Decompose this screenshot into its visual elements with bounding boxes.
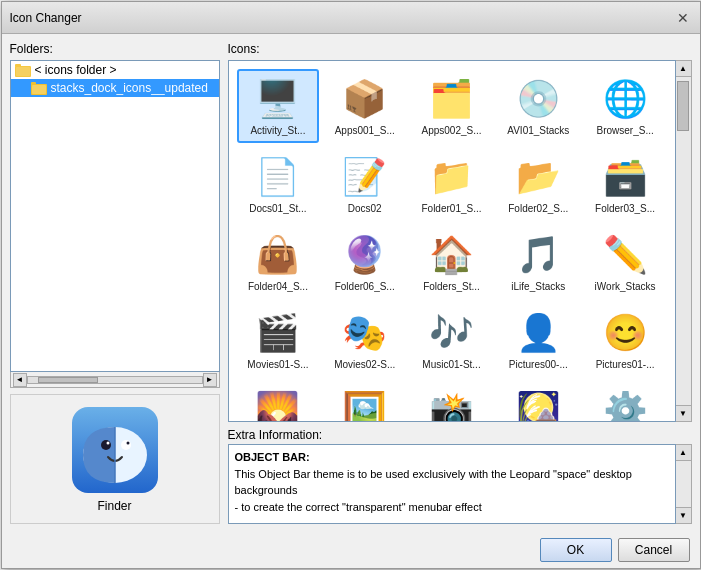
svg-rect-4 xyxy=(31,82,36,85)
icon-name: Movies01-S... xyxy=(247,359,308,371)
icon-emoji: 🎬 xyxy=(255,315,300,351)
icon-name: Apps001_S... xyxy=(335,125,395,137)
icon-image: 👜 xyxy=(254,231,302,279)
svg-point-8 xyxy=(101,440,111,450)
icon-item[interactable]: 📸Pictures04-... xyxy=(410,381,493,422)
icon-item[interactable]: 👜Folder04_S... xyxy=(237,225,320,299)
preview-icon xyxy=(70,405,160,495)
icon-item[interactable]: 🎵iLife_Stacks xyxy=(497,225,580,299)
close-button[interactable]: ✕ xyxy=(674,9,692,27)
vscroll-up-btn[interactable]: ▲ xyxy=(676,61,691,77)
icon-image: ✏️ xyxy=(601,231,649,279)
icon-name: iWork_Stacks xyxy=(595,281,656,293)
icon-emoji: 🌐 xyxy=(603,81,648,117)
icon-emoji: 🖼️ xyxy=(342,393,387,422)
icon-item[interactable]: ✏️iWork_Stacks xyxy=(584,225,667,299)
icon-image: 📦 xyxy=(341,75,389,123)
icon-emoji: 📄 xyxy=(255,159,300,195)
icon-item[interactable]: 🗃️Folder03_S... xyxy=(584,147,667,221)
svg-point-11 xyxy=(126,442,129,445)
icon-image: 🖼️ xyxy=(341,387,389,422)
folder-item-stacks[interactable]: stacks_dock_icons__updated xyxy=(11,79,219,97)
icon-image: 🖥️ xyxy=(254,75,302,123)
vscroll-thumb[interactable] xyxy=(677,81,689,131)
icon-image: 💿 xyxy=(514,75,562,123)
extra-info-text: - to create the correct "transparent" me… xyxy=(235,501,482,513)
svg-point-10 xyxy=(121,440,131,450)
icon-item[interactable]: 🎑Pictures05-... xyxy=(497,381,580,422)
icon-name: Movies02-S... xyxy=(334,359,395,371)
icon-name: Folders_St... xyxy=(423,281,480,293)
extra-info-box[interactable]: OBJECT BAR:This Object Bar theme is to b… xyxy=(228,444,676,524)
icon-name: Browser_S... xyxy=(596,125,653,137)
hscroll-track[interactable] xyxy=(27,376,203,384)
dialog-window: Icon Changer ✕ Folders: < icons folder > xyxy=(1,1,701,569)
ok-button[interactable]: OK xyxy=(540,538,612,562)
icon-item[interactable]: 💿AVI01_Stacks xyxy=(497,69,580,143)
dialog-footer: OK Cancel xyxy=(2,532,700,568)
hscroll-right-btn[interactable]: ► xyxy=(203,373,217,387)
icon-emoji: 📦 xyxy=(342,81,387,117)
extra-info-scroll-up[interactable]: ▲ xyxy=(676,445,691,461)
icon-item[interactable]: ⚙️Prefs01_S... xyxy=(584,381,667,422)
icon-item[interactable]: 🎶Music01-St... xyxy=(410,303,493,377)
icon-name: iLife_Stacks xyxy=(511,281,565,293)
icon-image: 🎬 xyxy=(254,309,302,357)
icon-image: 🎑 xyxy=(514,387,562,422)
folder-hscrollbar[interactable]: ◄ ► xyxy=(10,372,220,388)
extra-info-scroll-down[interactable]: ▼ xyxy=(676,507,691,523)
icon-name: Pictures01-... xyxy=(596,359,655,371)
icon-image: 🏠 xyxy=(427,231,475,279)
icon-image: ⚙️ xyxy=(601,387,649,422)
icons-vscrollbar[interactable]: ▲ ▼ xyxy=(676,60,692,422)
extra-info-scroll-track[interactable] xyxy=(676,461,691,507)
dialog-title: Icon Changer xyxy=(10,11,82,25)
icon-item[interactable]: 😊Pictures01-... xyxy=(584,303,667,377)
icons-grid-container[interactable]: 🖥️Activity_St...📦Apps001_S...🗂️Apps002_S… xyxy=(228,60,676,422)
hscroll-thumb[interactable] xyxy=(38,377,98,383)
icon-item[interactable]: 📂Folder02_S... xyxy=(497,147,580,221)
icon-name: Folder04_S... xyxy=(248,281,308,293)
icon-item[interactable]: 🗂️Apps002_S... xyxy=(410,69,493,143)
icon-emoji: 🌄 xyxy=(255,393,300,422)
icon-emoji: 🔮 xyxy=(342,237,387,273)
hscroll-left-btn[interactable]: ◄ xyxy=(13,373,27,387)
extra-info-title: OBJECT BAR: xyxy=(235,451,310,463)
icon-image: 🗃️ xyxy=(601,153,649,201)
extra-info-label: Extra Information: xyxy=(228,428,692,442)
icon-item[interactable]: 📦Apps001_S... xyxy=(323,69,406,143)
icon-image: 🎵 xyxy=(514,231,562,279)
icon-image: 📂 xyxy=(514,153,562,201)
vscroll-down-btn[interactable]: ▼ xyxy=(676,405,691,421)
icon-item[interactable]: 📝Docs02 xyxy=(323,147,406,221)
icon-image: 📁 xyxy=(427,153,475,201)
extra-info-vscrollbar[interactable]: ▲ ▼ xyxy=(676,444,692,524)
icon-item[interactable]: 📄Docs01_St... xyxy=(237,147,320,221)
icon-item[interactable]: 🖼️Pictures03-... xyxy=(323,381,406,422)
icon-emoji: 🗃️ xyxy=(603,159,648,195)
icon-image: 🗂️ xyxy=(427,75,475,123)
icon-item[interactable]: 🖥️Activity_St... xyxy=(237,69,320,143)
icon-item[interactable]: 🏠Folders_St... xyxy=(410,225,493,299)
icon-item[interactable]: 🎭Movies02-S... xyxy=(323,303,406,377)
icon-item[interactable]: 👤Pictures00-... xyxy=(497,303,580,377)
icon-item[interactable]: 🎬Movies01-S... xyxy=(237,303,320,377)
preview-area: Finder xyxy=(10,394,220,524)
preview-label: Finder xyxy=(97,499,131,513)
icon-item[interactable]: 📁Folder01_S... xyxy=(410,147,493,221)
folder-item-icons[interactable]: < icons folder > xyxy=(11,61,219,79)
icon-item[interactable]: 🌄Pictures02-... xyxy=(237,381,320,422)
icon-emoji: 🎶 xyxy=(429,315,474,351)
icon-emoji: 🖥️ xyxy=(255,81,300,117)
icon-item[interactable]: 🔮Folder06_S... xyxy=(323,225,406,299)
icon-image: 📝 xyxy=(341,153,389,201)
icon-item[interactable]: 🌐Browser_S... xyxy=(584,69,667,143)
folder-open-icon xyxy=(15,63,31,77)
icon-emoji: ⚙️ xyxy=(603,393,648,422)
icon-image: 📸 xyxy=(427,387,475,422)
vscroll-track[interactable] xyxy=(676,77,691,405)
folder-tree[interactable]: < icons folder > stacks_dock_icons__upda… xyxy=(10,60,220,372)
icon-name: Apps002_S... xyxy=(421,125,481,137)
cancel-button[interactable]: Cancel xyxy=(618,538,690,562)
icons-area-wrapper: 🖥️Activity_St...📦Apps001_S...🗂️Apps002_S… xyxy=(228,60,692,422)
